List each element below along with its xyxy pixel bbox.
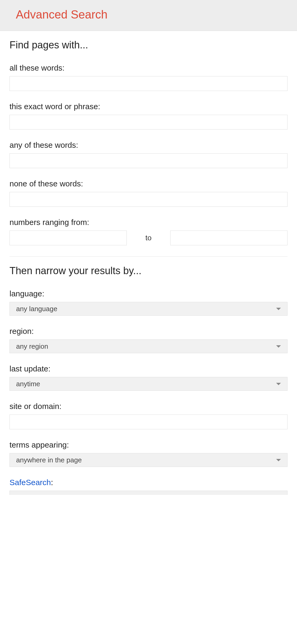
- last-update-select[interactable]: anytime: [10, 377, 287, 391]
- region-field: region: any region: [10, 327, 287, 353]
- safesearch-field: SafeSearch:: [10, 478, 287, 495]
- language-field: language: any language: [10, 289, 287, 316]
- all-words-input[interactable]: [10, 76, 287, 91]
- safesearch-link[interactable]: SafeSearch: [10, 478, 51, 487]
- safesearch-label: SafeSearch:: [10, 478, 287, 487]
- page-header: Advanced Search: [0, 0, 297, 31]
- section-divider: [10, 256, 287, 257]
- terms-appearing-select-value: anywhere in the page: [16, 456, 276, 464]
- safesearch-colon: :: [51, 478, 53, 487]
- numbers-from-input[interactable]: [10, 231, 127, 245]
- narrow-section-heading: Then narrow your results by...: [10, 265, 287, 277]
- site-domain-field: site or domain:: [10, 402, 287, 429]
- none-words-label: none of these words:: [10, 179, 287, 188]
- none-words-input[interactable]: [10, 192, 287, 207]
- numbers-range-field: numbers ranging from: to: [10, 218, 287, 245]
- last-update-label: last update:: [10, 364, 287, 373]
- language-label: language:: [10, 289, 287, 298]
- terms-appearing-select[interactable]: anywhere in the page: [10, 453, 287, 467]
- region-select[interactable]: any region: [10, 339, 287, 353]
- exact-phrase-label: this exact word or phrase:: [10, 102, 287, 111]
- numbers-range-row: to: [10, 231, 287, 245]
- page-title: Advanced Search: [16, 8, 286, 21]
- all-words-field: all these words:: [10, 63, 287, 91]
- region-label: region:: [10, 327, 287, 336]
- terms-appearing-field: terms appearing: anywhere in the page: [10, 440, 287, 467]
- exact-phrase-field: this exact word or phrase:: [10, 102, 287, 130]
- language-select[interactable]: any language: [10, 302, 287, 316]
- any-words-input[interactable]: [10, 153, 287, 168]
- region-select-value: any region: [16, 342, 276, 351]
- chevron-down-icon: [276, 383, 281, 385]
- terms-appearing-label: terms appearing:: [10, 440, 287, 449]
- last-update-field: last update: anytime: [10, 364, 287, 391]
- numbers-range-label: numbers ranging from:: [10, 218, 287, 227]
- language-select-value: any language: [16, 305, 276, 313]
- any-words-label: any of these words:: [10, 141, 287, 150]
- none-words-field: none of these words:: [10, 179, 287, 207]
- exact-phrase-input[interactable]: [10, 115, 287, 130]
- any-words-field: any of these words:: [10, 141, 287, 168]
- find-section-heading: Find pages with...: [10, 39, 287, 51]
- numbers-to-label: to: [127, 234, 170, 242]
- all-words-label: all these words:: [10, 63, 287, 72]
- content-area: Find pages with... all these words: this…: [0, 39, 297, 495]
- site-domain-input[interactable]: [10, 415, 287, 429]
- chevron-down-icon: [276, 459, 281, 461]
- chevron-down-icon: [276, 345, 281, 348]
- safesearch-select[interactable]: [10, 491, 287, 495]
- chevron-down-icon: [276, 308, 281, 310]
- numbers-to-input[interactable]: [170, 231, 287, 245]
- last-update-select-value: anytime: [16, 380, 276, 388]
- site-domain-label: site or domain:: [10, 402, 287, 411]
